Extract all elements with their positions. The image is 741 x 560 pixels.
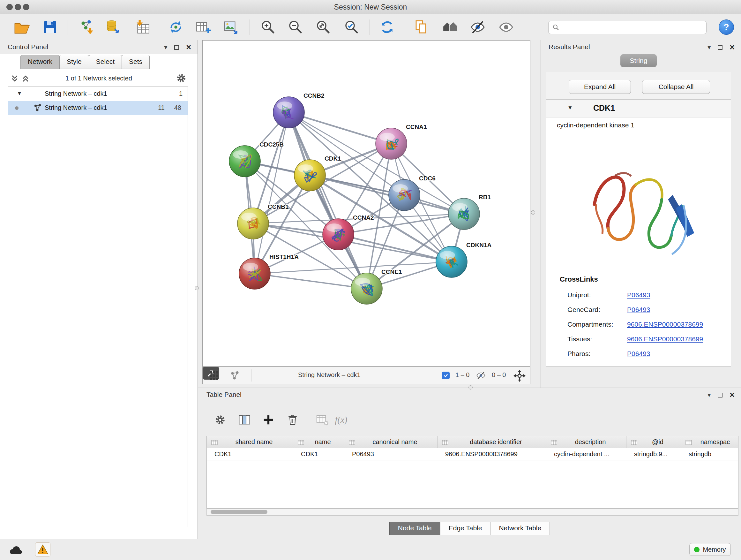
collapse-results-icon[interactable]: ▾ (708, 44, 711, 51)
edge-CCNB2-CCNE1[interactable] (289, 112, 367, 289)
function-builder-icon[interactable]: f(x) (333, 412, 349, 428)
node-CCNB2[interactable] (273, 97, 305, 128)
node-CCNE1[interactable] (351, 273, 382, 304)
tab-select[interactable]: Select (89, 55, 122, 69)
close-results-icon[interactable]: × (730, 44, 735, 50)
left-splitter-handle[interactable] (195, 286, 199, 290)
close-table-icon[interactable]: × (730, 392, 735, 398)
column-header-shared-name[interactable]: shared name (207, 436, 293, 448)
column-header-id[interactable]: @id (626, 436, 681, 448)
table-tab-node-table[interactable]: Node Table (389, 522, 441, 535)
expand-all-button[interactable]: Expand All (569, 80, 631, 94)
network-collection-row[interactable]: ▼ String Network – cdk1 1 (8, 87, 188, 101)
edge-CCNE1-HIST1H1A[interactable] (255, 273, 367, 289)
create-column-plus-icon[interactable] (261, 412, 276, 428)
table-cell-canonical-name[interactable]: P06493 (344, 448, 437, 460)
network-overview-icon[interactable] (229, 370, 241, 381)
network-graph[interactable]: CCNB2CCNA1CDC25BCDK1CDC6RB1CCNB1CCNA2CDK… (203, 41, 530, 366)
import-network-file-button[interactable] (77, 18, 95, 36)
close-panel-icon[interactable]: × (186, 44, 191, 50)
table-cell-namespac[interactable]: stringdb (681, 448, 738, 460)
table-row[interactable]: CDK1CDK1P064939606.ENSP00000378699cyclin… (207, 448, 738, 460)
node-CDK1[interactable] (294, 160, 326, 191)
zoom-in-button[interactable] (259, 18, 277, 36)
right-splitter-handle[interactable] (531, 210, 535, 214)
float-table-icon[interactable] (718, 393, 723, 397)
crosslink-link[interactable]: P06493 (627, 350, 650, 358)
zoom-selected-button[interactable] (343, 18, 360, 36)
tab-network[interactable]: Network (20, 55, 60, 69)
hidden-eye-slash-icon[interactable] (475, 371, 486, 380)
show-graphics-details-button[interactable] (497, 18, 515, 36)
tab-sets[interactable]: Sets (122, 55, 150, 69)
save-session-button[interactable] (41, 18, 59, 36)
string-results-tab[interactable]: String (620, 54, 657, 67)
column-header-canonical-name[interactable]: canonical name (344, 436, 437, 448)
memory-button[interactable]: Memory (689, 543, 731, 556)
float-panel-icon[interactable] (174, 45, 179, 50)
search-input[interactable] (562, 21, 706, 34)
table-cell-id[interactable]: stringdb:9... (626, 448, 681, 460)
node-RB1[interactable] (448, 198, 480, 230)
column-header-description[interactable]: description (546, 436, 626, 448)
tab-style[interactable]: Style (59, 55, 89, 69)
close-window-button[interactable] (6, 4, 13, 10)
zoom-fit-button[interactable] (314, 18, 332, 36)
gene-section-header[interactable]: ▼ CDK1 (546, 100, 731, 118)
delete-column-trash-icon[interactable] (285, 412, 300, 428)
crosslink-link[interactable]: 9606.ENSP00000378699 (627, 320, 703, 328)
node-CCNA2[interactable] (323, 219, 354, 250)
table-horizontal-scrollbar[interactable] (206, 509, 738, 516)
minimize-window-button[interactable] (15, 4, 21, 10)
help-button[interactable]: ? (719, 19, 734, 35)
open-session-button[interactable] (13, 18, 30, 36)
selected-checkbox-icon[interactable] (442, 372, 450, 379)
birds-eye-grid-icon[interactable] (208, 370, 220, 381)
edge-CDK1-RB1[interactable] (310, 175, 464, 214)
crosslink-link[interactable]: P06493 (627, 291, 650, 299)
import-network-database-button[interactable] (105, 18, 122, 36)
collapse-panel-icon[interactable]: ▾ (164, 44, 167, 51)
section-collapse-icon[interactable]: ▼ (567, 105, 573, 111)
node-CCNA1[interactable] (376, 128, 407, 159)
search-box[interactable] (548, 21, 706, 34)
table-tab-network-table[interactable]: Network Table (490, 522, 550, 535)
node-HIST1H1A[interactable] (239, 258, 270, 289)
column-header-namespac[interactable]: namespac (681, 436, 738, 448)
collapse-all-button[interactable]: Collapse All (642, 80, 710, 94)
scrollbar-thumb[interactable] (211, 510, 267, 514)
cloud-status-icon[interactable] (8, 544, 23, 557)
node-CDC6[interactable] (389, 179, 420, 211)
apply-layout-button[interactable] (378, 18, 396, 36)
network-view[interactable]: CCNB2CCNA1CDC25BCDK1CDC6RB1CCNB1CCNA2CDK… (202, 40, 530, 367)
warnings-button[interactable] (35, 543, 51, 557)
home-button[interactable] (441, 18, 459, 36)
new-network-button[interactable] (167, 18, 185, 36)
column-header-database-identifier[interactable]: database identifier (437, 436, 546, 448)
crosslink-link[interactable]: 9606.ENSP00000378699 (627, 335, 703, 343)
import-table-button[interactable] (133, 18, 151, 36)
table-tab-edge-table[interactable]: Edge Table (440, 522, 491, 535)
zoom-out-button[interactable] (286, 18, 305, 36)
bottom-splitter-handle[interactable] (468, 385, 473, 389)
fit-selected-crosshair-icon[interactable] (513, 369, 526, 382)
node-CCNB1[interactable] (238, 208, 269, 239)
collapse-table-icon[interactable]: ▾ (708, 392, 711, 398)
zoom-window-button[interactable] (23, 4, 29, 10)
node-CDKN1A[interactable] (436, 246, 467, 277)
edge-CCNB2-HIST1H1A[interactable] (255, 112, 289, 273)
column-header-name[interactable]: name (293, 436, 344, 448)
export-image-button[interactable] (222, 18, 240, 36)
node-CDC25B[interactable] (229, 145, 260, 177)
table-cell-description[interactable]: cyclin-dependent ... (546, 448, 626, 460)
table-options-gear-icon[interactable] (212, 412, 228, 428)
table-cell-database-identifier[interactable]: 9606.ENSP00000378699 (437, 448, 546, 460)
new-network-from-table-button[interactable] (194, 18, 212, 36)
delete-table-icon[interactable] (315, 412, 330, 428)
network-options-gear-icon[interactable] (177, 73, 186, 84)
collection-expand-icon[interactable]: ▼ (17, 91, 22, 97)
show-columns-icon[interactable] (237, 412, 252, 428)
table-cell-shared-name[interactable]: CDK1 (207, 448, 293, 460)
document-copy-button[interactable] (412, 18, 430, 36)
hide-graphics-details-button[interactable] (469, 18, 487, 36)
